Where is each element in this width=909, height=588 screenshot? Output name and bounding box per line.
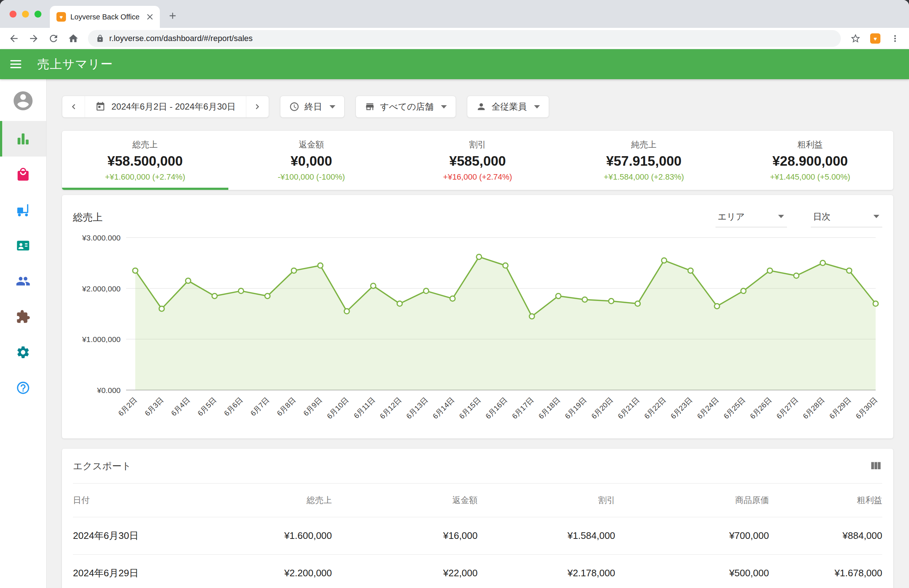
kpi-delta: +¥16,000 (+2.74%) [443,172,512,182]
kpi-gross-profit[interactable]: 粗利益 ¥28.900,000 +¥1.445,000 (+5.00%) [727,131,893,190]
lock-icon[interactable] [96,34,104,42]
col-header-refunds[interactable]: 返金額 [332,483,478,517]
cell-refunds: ¥16,000 [332,517,478,555]
svg-text:6月21日: 6月21日 [616,396,641,420]
zoom-window-button[interactable] [34,11,41,18]
back-icon[interactable] [6,31,22,47]
chevron-down-icon [534,105,540,108]
sales-table: 日付 総売上 返金額 割引 商品原価 粗利益 2024年6月30日 ¥1.600… [73,483,882,588]
kpi-delta: +¥1.584,000 (+2.83%) [604,172,684,182]
browser-window: ♥ Loyverse Back Office r.loyverse.com [0,0,909,588]
time-filter-label: 終日 [305,101,322,113]
sidebar-item-integrations[interactable] [0,299,46,334]
next-period-button[interactable] [246,96,269,117]
chart-title: 総売上 [73,211,103,224]
sidebar-item-settings[interactable] [0,334,46,370]
table-row[interactable]: 2024年6月29日 ¥2.200,000 ¥22,000 ¥2.178,000… [73,555,882,588]
region-select[interactable]: エリア [715,208,787,227]
svg-text:6月28日: 6月28日 [801,396,826,420]
cell-date: 2024年6月30日 [73,517,227,555]
store-filter-label: すべての店舗 [380,101,434,113]
column-settings-icon[interactable] [869,459,882,473]
chevron-down-icon [441,105,447,108]
sidebar-item-reports[interactable] [0,121,46,157]
svg-text:6月5日: 6月5日 [196,396,218,418]
cell-refunds: ¥22,000 [332,555,478,588]
kpi-gross-sales[interactable]: 総売上 ¥58.500,000 +¥1.600,000 (+2.74%) [62,131,228,190]
store-icon [365,102,375,112]
refresh-icon[interactable] [45,31,61,47]
granularity-select[interactable]: 日次 [811,208,882,227]
svg-text:6月27日: 6月27日 [775,396,799,420]
svg-text:6月29日: 6月29日 [828,396,852,420]
cell-cost: ¥700,000 [615,517,769,555]
forward-icon[interactable] [26,31,42,47]
col-header-gross-sales[interactable]: 総売上 [227,483,332,517]
date-range-button[interactable]: 2024年6月2日 - 2024年6月30日 [85,96,246,117]
sidebar-item-customers[interactable] [0,228,46,263]
kpi-net-sales[interactable]: 純売上 ¥57.915,000 +¥1.584,000 (+2.83%) [561,131,727,190]
minimize-window-button[interactable] [22,11,29,18]
employee-filter-button[interactable]: 全従業員 [467,96,549,118]
help-icon [16,381,31,395]
table-row[interactable]: 2024年6月30日 ¥1.600,000 ¥16,000 ¥1.584,000… [73,517,882,555]
col-header-date[interactable]: 日付 [73,483,227,517]
close-window-button[interactable] [10,11,16,18]
tab-close-icon[interactable] [145,12,155,22]
calendar-icon [95,102,106,112]
time-filter-button[interactable]: 終日 [280,96,344,118]
svg-text:6月30日: 6月30日 [854,396,878,420]
svg-text:6月14日: 6月14日 [431,396,455,420]
svg-text:6月23日: 6月23日 [669,396,693,420]
kpi-label: 総売上 [132,139,158,150]
kpi-label: 粗利益 [798,139,823,150]
person-icon [476,102,486,112]
hand-truck-icon [16,203,31,217]
export-title[interactable]: エクスポート [73,460,131,473]
sidebar-item-items[interactable] [0,157,46,192]
home-icon[interactable] [65,31,81,47]
shopping-bag-icon [16,167,31,182]
col-header-profit[interactable]: 粗利益 [769,483,882,517]
sales-area-chart[interactable]: ¥0.000¥1.000,000¥2.000,000¥3.000.0006月2日… [73,230,882,436]
svg-text:¥0.000: ¥0.000 [97,386,121,394]
url-bar[interactable]: r.loyverse.com/dashboard/#/report/sales [88,30,841,47]
cell-gross-sales: ¥2.200,000 [227,555,332,588]
chevron-down-icon [873,215,879,218]
gear-icon [16,345,31,360]
svg-text:6月2日: 6月2日 [116,396,139,418]
svg-text:6月25日: 6月25日 [722,396,747,420]
browser-tab[interactable]: ♥ Loyverse Back Office [50,6,160,28]
chevron-down-icon [778,215,784,218]
store-filter-button[interactable]: すべての店舗 [355,96,456,118]
svg-text:6月11日: 6月11日 [352,396,376,420]
account-avatar[interactable] [12,89,34,112]
loyverse-favicon: ♥ [57,12,66,22]
sidebar-item-inventory[interactable] [0,192,46,228]
col-header-discounts[interactable]: 割引 [478,483,615,517]
loyverse-extension-icon[interactable]: ♥ [867,31,883,47]
tab-strip: ♥ Loyverse Back Office [0,0,909,28]
filter-bar: 2024年6月2日 - 2024年6月30日 終日 すべての店舗 [62,96,893,118]
kpi-refunds[interactable]: 返金額 ¥0,000 -¥100,000 (-100%) [228,131,395,190]
col-header-cost[interactable]: 商品原価 [615,483,769,517]
url-text: r.loyverse.com/dashboard/#/report/sales [109,34,252,43]
previous-period-button[interactable] [62,96,85,117]
svg-text:¥2.000,000: ¥2.000,000 [82,284,121,293]
sidebar-item-employees[interactable] [0,263,46,299]
browser-menu-icon[interactable] [887,31,903,47]
hamburger-menu-icon[interactable] [10,59,22,69]
region-select-label: エリア [718,211,745,223]
kpi-discounts[interactable]: 割引 ¥585,000 +¥16,000 (+2.74%) [394,131,561,190]
kpi-value: ¥57.915,000 [606,153,682,169]
svg-text:6月6日: 6月6日 [223,396,244,418]
svg-text:6月12日: 6月12日 [378,396,403,420]
kpi-delta: +¥1.600,000 (+2.74%) [105,172,185,182]
sidebar-item-help[interactable] [0,370,46,405]
svg-text:6月19日: 6月19日 [563,396,588,420]
svg-text:6月3日: 6月3日 [143,396,165,418]
bookmark-star-icon[interactable] [848,31,864,47]
new-tab-button[interactable] [166,9,179,23]
svg-text:¥3.000.000: ¥3.000.000 [82,234,121,242]
kpi-value: ¥0,000 [291,153,332,169]
